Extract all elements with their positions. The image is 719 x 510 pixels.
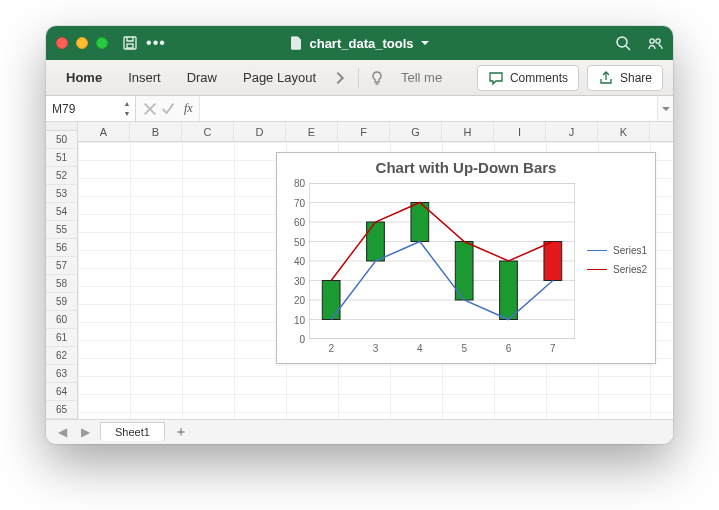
tab-page-layout[interactable]: Page Layout — [233, 64, 326, 91]
sheet-tab-bar: ◀ ▶ Sheet1 ＋ — [46, 420, 673, 444]
column-header[interactable]: H — [442, 122, 494, 141]
share-icon — [598, 70, 614, 86]
chart-title: Chart with Up-Down Bars — [277, 153, 655, 178]
select-all-corner[interactable] — [46, 122, 77, 131]
x-tick-label: 4 — [417, 339, 423, 354]
svg-rect-1 — [127, 44, 133, 48]
svg-point-3 — [650, 39, 654, 43]
column-header[interactable]: F — [338, 122, 390, 141]
add-sheet-button[interactable]: ＋ — [171, 422, 191, 442]
row-header[interactable]: 55 — [46, 221, 77, 239]
confirm-icon[interactable] — [160, 101, 176, 117]
tab-home[interactable]: Home — [56, 64, 112, 91]
row-header[interactable]: 63 — [46, 365, 77, 383]
y-tick-label: 50 — [294, 236, 309, 247]
search-icon[interactable] — [615, 35, 631, 51]
title-bar: ••• chart_data_tools — [46, 26, 673, 60]
x-tick-label: 6 — [506, 339, 512, 354]
plot-area: 01020304050607080 234567 — [309, 183, 575, 339]
share-button[interactable]: Share — [587, 65, 663, 91]
formula-input[interactable] — [199, 96, 657, 121]
expand-formula-icon[interactable] — [657, 96, 673, 121]
svg-rect-20 — [544, 242, 562, 281]
row-header[interactable]: 61 — [46, 329, 77, 347]
y-tick-label: 70 — [294, 197, 309, 208]
formula-bar: M79 ▲ ▼ fx — [46, 96, 673, 122]
legend: Series1 Series2 — [587, 245, 647, 283]
share-label: Share — [620, 71, 652, 85]
bulb-icon — [369, 70, 385, 86]
share-to-icon[interactable] — [647, 35, 663, 51]
sheet-tab[interactable]: Sheet1 — [100, 422, 165, 441]
formula-buttons: fx — [136, 96, 199, 121]
column-header[interactable]: A — [78, 122, 130, 141]
y-tick-label: 60 — [294, 217, 309, 228]
name-box-spinners[interactable]: ▲ ▼ — [121, 98, 133, 119]
column-header[interactable]: I — [494, 122, 546, 141]
column-headers: ABCDEFGHIJK — [78, 122, 673, 142]
row-header[interactable]: 57 — [46, 257, 77, 275]
row-header[interactable]: 52 — [46, 167, 77, 185]
x-tick-label: 5 — [461, 339, 467, 354]
comments-label: Comments — [510, 71, 568, 85]
legend-entry-1: Series1 — [587, 245, 647, 256]
ribbon: Home Insert Draw Page Layout Tell me Com… — [46, 60, 673, 96]
tab-insert[interactable]: Insert — [118, 64, 171, 91]
row-header[interactable]: 54 — [46, 203, 77, 221]
cells-area[interactable]: Chart with Up-Down Bars 0102030405060708… — [78, 142, 673, 419]
column-header[interactable]: J — [546, 122, 598, 141]
row-header[interactable]: 56 — [46, 239, 77, 257]
column-header[interactable]: D — [234, 122, 286, 141]
app-window: ••• chart_data_tools Home Insert Draw Pa… — [46, 26, 673, 444]
divider — [358, 68, 359, 88]
save-icon[interactable] — [122, 35, 138, 51]
comment-icon — [488, 70, 504, 86]
quick-access: ••• — [122, 35, 164, 51]
row-header[interactable]: 50 — [46, 131, 77, 149]
column-header[interactable]: E — [286, 122, 338, 141]
svg-rect-0 — [124, 37, 136, 49]
sheet-nav-next[interactable]: ▶ — [77, 425, 94, 439]
comments-button[interactable]: Comments — [477, 65, 579, 91]
row-header[interactable]: 58 — [46, 275, 77, 293]
x-tick-label: 3 — [373, 339, 379, 354]
name-box[interactable]: M79 ▲ ▼ — [46, 96, 136, 121]
legend-swatch-1 — [587, 250, 607, 251]
minimize-window[interactable] — [76, 37, 88, 49]
chevron-up-icon[interactable]: ▲ — [121, 98, 133, 109]
row-header[interactable]: 53 — [46, 185, 77, 203]
x-tick-label: 2 — [328, 339, 334, 354]
sheet-nav-prev[interactable]: ◀ — [54, 425, 71, 439]
tell-me[interactable]: Tell me — [391, 64, 452, 91]
window-controls — [56, 37, 108, 49]
column-header[interactable]: K — [598, 122, 650, 141]
svg-point-4 — [656, 39, 660, 43]
chevron-down-icon[interactable]: ▼ — [121, 109, 133, 120]
y-tick-label: 0 — [299, 334, 309, 345]
row-headers: 50515253545556575859606162636465 — [46, 122, 78, 419]
worksheet-grid[interactable]: 50515253545556575859606162636465 ABCDEFG… — [46, 122, 673, 420]
more-icon[interactable]: ••• — [148, 35, 164, 51]
row-header[interactable]: 51 — [46, 149, 77, 167]
chevron-right-icon[interactable] — [332, 70, 348, 86]
column-header[interactable]: G — [390, 122, 442, 141]
chart-object[interactable]: Chart with Up-Down Bars 0102030405060708… — [276, 152, 656, 364]
column-header[interactable]: C — [182, 122, 234, 141]
y-tick-label: 20 — [294, 295, 309, 306]
row-header[interactable]: 65 — [46, 401, 77, 419]
cancel-icon[interactable] — [142, 101, 158, 117]
column-header[interactable]: B — [130, 122, 182, 141]
row-header[interactable]: 64 — [46, 383, 77, 401]
zoom-window[interactable] — [96, 37, 108, 49]
row-header[interactable]: 62 — [46, 347, 77, 365]
fx-label[interactable]: fx — [178, 101, 193, 116]
chevron-down-icon[interactable] — [420, 35, 430, 51]
row-header[interactable]: 60 — [46, 311, 77, 329]
legend-label-1: Series1 — [613, 245, 647, 256]
legend-label-2: Series2 — [613, 264, 647, 275]
row-header[interactable]: 59 — [46, 293, 77, 311]
svg-rect-16 — [367, 222, 385, 261]
svg-point-2 — [617, 37, 627, 47]
tab-draw[interactable]: Draw — [177, 64, 227, 91]
close-window[interactable] — [56, 37, 68, 49]
